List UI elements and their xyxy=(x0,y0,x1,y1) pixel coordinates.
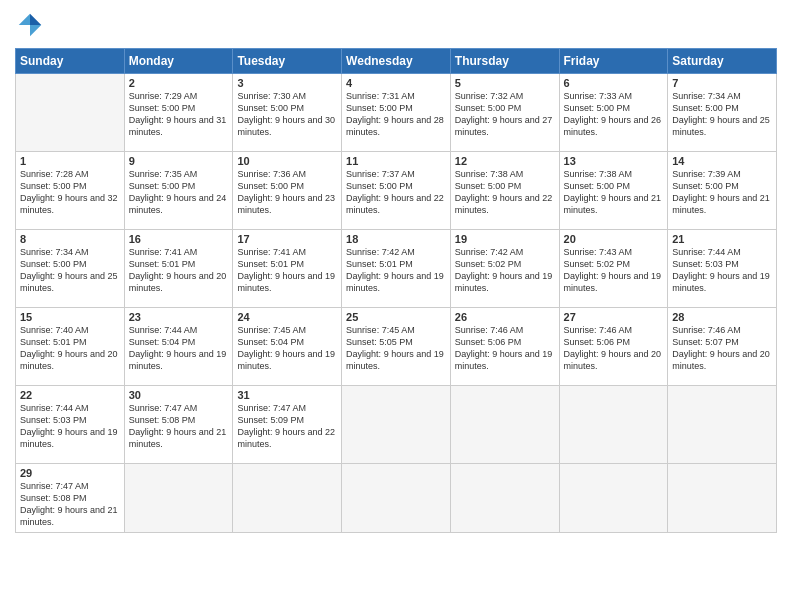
day-number: 24 xyxy=(237,311,337,323)
calendar-cell xyxy=(559,386,668,464)
day-info: Sunrise: 7:42 AM Sunset: 5:01 PM Dayligh… xyxy=(346,246,446,295)
day-number: 5 xyxy=(455,77,555,89)
day-info: Sunrise: 7:37 AM Sunset: 5:00 PM Dayligh… xyxy=(346,168,446,217)
calendar-cell: 1Sunrise: 7:28 AM Sunset: 5:00 PM Daylig… xyxy=(16,152,125,230)
calendar-cell: 11Sunrise: 7:37 AM Sunset: 5:00 PM Dayli… xyxy=(342,152,451,230)
calendar-cell: 29Sunrise: 7:47 AM Sunset: 5:08 PM Dayli… xyxy=(16,464,125,533)
day-number: 28 xyxy=(672,311,772,323)
calendar-week-row: 15Sunrise: 7:40 AM Sunset: 5:01 PM Dayli… xyxy=(16,308,777,386)
day-number: 26 xyxy=(455,311,555,323)
calendar-cell: 7Sunrise: 7:34 AM Sunset: 5:00 PM Daylig… xyxy=(668,74,777,152)
calendar-cell xyxy=(559,464,668,533)
calendar-cell xyxy=(668,386,777,464)
day-info: Sunrise: 7:38 AM Sunset: 5:00 PM Dayligh… xyxy=(564,168,664,217)
calendar-cell: 5Sunrise: 7:32 AM Sunset: 5:00 PM Daylig… xyxy=(450,74,559,152)
day-info: Sunrise: 7:45 AM Sunset: 5:04 PM Dayligh… xyxy=(237,324,337,373)
day-info: Sunrise: 7:34 AM Sunset: 5:00 PM Dayligh… xyxy=(672,90,772,139)
day-number: 14 xyxy=(672,155,772,167)
calendar-header-friday: Friday xyxy=(559,49,668,74)
day-number: 6 xyxy=(564,77,664,89)
calendar-cell xyxy=(342,386,451,464)
day-number: 30 xyxy=(129,389,229,401)
logo xyxy=(15,10,49,40)
calendar-cell: 19Sunrise: 7:42 AM Sunset: 5:02 PM Dayli… xyxy=(450,230,559,308)
calendar-cell: 23Sunrise: 7:44 AM Sunset: 5:04 PM Dayli… xyxy=(124,308,233,386)
day-number: 8 xyxy=(20,233,120,245)
day-number: 16 xyxy=(129,233,229,245)
day-info: Sunrise: 7:30 AM Sunset: 5:00 PM Dayligh… xyxy=(237,90,337,139)
calendar-cell: 6Sunrise: 7:33 AM Sunset: 5:00 PM Daylig… xyxy=(559,74,668,152)
calendar-cell xyxy=(16,74,125,152)
day-info: Sunrise: 7:42 AM Sunset: 5:02 PM Dayligh… xyxy=(455,246,555,295)
calendar-header-monday: Monday xyxy=(124,49,233,74)
day-number: 7 xyxy=(672,77,772,89)
calendar-week-row: 29Sunrise: 7:47 AM Sunset: 5:08 PM Dayli… xyxy=(16,464,777,533)
calendar-cell: 13Sunrise: 7:38 AM Sunset: 5:00 PM Dayli… xyxy=(559,152,668,230)
day-info: Sunrise: 7:41 AM Sunset: 5:01 PM Dayligh… xyxy=(237,246,337,295)
day-number: 10 xyxy=(237,155,337,167)
day-info: Sunrise: 7:33 AM Sunset: 5:00 PM Dayligh… xyxy=(564,90,664,139)
logo-icon xyxy=(15,10,45,40)
day-number: 20 xyxy=(564,233,664,245)
day-number: 19 xyxy=(455,233,555,245)
calendar-cell: 24Sunrise: 7:45 AM Sunset: 5:04 PM Dayli… xyxy=(233,308,342,386)
day-number: 15 xyxy=(20,311,120,323)
calendar-cell: 27Sunrise: 7:46 AM Sunset: 5:06 PM Dayli… xyxy=(559,308,668,386)
day-number: 11 xyxy=(346,155,446,167)
calendar-cell: 16Sunrise: 7:41 AM Sunset: 5:01 PM Dayli… xyxy=(124,230,233,308)
calendar-cell: 14Sunrise: 7:39 AM Sunset: 5:00 PM Dayli… xyxy=(668,152,777,230)
calendar-cell xyxy=(450,464,559,533)
calendar-cell: 20Sunrise: 7:43 AM Sunset: 5:02 PM Dayli… xyxy=(559,230,668,308)
calendar-cell xyxy=(233,464,342,533)
day-info: Sunrise: 7:46 AM Sunset: 5:06 PM Dayligh… xyxy=(455,324,555,373)
day-info: Sunrise: 7:28 AM Sunset: 5:00 PM Dayligh… xyxy=(20,168,120,217)
calendar-week-row: 22Sunrise: 7:44 AM Sunset: 5:03 PM Dayli… xyxy=(16,386,777,464)
calendar-cell: 2Sunrise: 7:29 AM Sunset: 5:00 PM Daylig… xyxy=(124,74,233,152)
day-info: Sunrise: 7:35 AM Sunset: 5:00 PM Dayligh… xyxy=(129,168,229,217)
header xyxy=(15,10,777,40)
calendar-header-row: SundayMondayTuesdayWednesdayThursdayFrid… xyxy=(16,49,777,74)
calendar-cell: 9Sunrise: 7:35 AM Sunset: 5:00 PM Daylig… xyxy=(124,152,233,230)
calendar-cell: 30Sunrise: 7:47 AM Sunset: 5:08 PM Dayli… xyxy=(124,386,233,464)
calendar-header-wednesday: Wednesday xyxy=(342,49,451,74)
calendar-cell: 31Sunrise: 7:47 AM Sunset: 5:09 PM Dayli… xyxy=(233,386,342,464)
day-number: 4 xyxy=(346,77,446,89)
calendar-cell xyxy=(668,464,777,533)
day-info: Sunrise: 7:46 AM Sunset: 5:06 PM Dayligh… xyxy=(564,324,664,373)
day-number: 27 xyxy=(564,311,664,323)
calendar-header-sunday: Sunday xyxy=(16,49,125,74)
calendar-week-row: 8Sunrise: 7:34 AM Sunset: 5:00 PM Daylig… xyxy=(16,230,777,308)
day-info: Sunrise: 7:46 AM Sunset: 5:07 PM Dayligh… xyxy=(672,324,772,373)
day-info: Sunrise: 7:29 AM Sunset: 5:00 PM Dayligh… xyxy=(129,90,229,139)
day-number: 17 xyxy=(237,233,337,245)
day-info: Sunrise: 7:41 AM Sunset: 5:01 PM Dayligh… xyxy=(129,246,229,295)
calendar-week-row: 2Sunrise: 7:29 AM Sunset: 5:00 PM Daylig… xyxy=(16,74,777,152)
day-number: 22 xyxy=(20,389,120,401)
day-info: Sunrise: 7:43 AM Sunset: 5:02 PM Dayligh… xyxy=(564,246,664,295)
day-info: Sunrise: 7:47 AM Sunset: 5:08 PM Dayligh… xyxy=(129,402,229,451)
day-info: Sunrise: 7:39 AM Sunset: 5:00 PM Dayligh… xyxy=(672,168,772,217)
calendar-cell: 21Sunrise: 7:44 AM Sunset: 5:03 PM Dayli… xyxy=(668,230,777,308)
day-info: Sunrise: 7:38 AM Sunset: 5:00 PM Dayligh… xyxy=(455,168,555,217)
calendar-cell: 8Sunrise: 7:34 AM Sunset: 5:00 PM Daylig… xyxy=(16,230,125,308)
calendar-cell xyxy=(124,464,233,533)
day-info: Sunrise: 7:40 AM Sunset: 5:01 PM Dayligh… xyxy=(20,324,120,373)
day-info: Sunrise: 7:44 AM Sunset: 5:03 PM Dayligh… xyxy=(20,402,120,451)
calendar-cell xyxy=(342,464,451,533)
calendar-cell: 3Sunrise: 7:30 AM Sunset: 5:00 PM Daylig… xyxy=(233,74,342,152)
day-number: 3 xyxy=(237,77,337,89)
calendar-cell: 15Sunrise: 7:40 AM Sunset: 5:01 PM Dayli… xyxy=(16,308,125,386)
calendar-header-tuesday: Tuesday xyxy=(233,49,342,74)
svg-marker-1 xyxy=(30,25,41,36)
calendar-cell: 25Sunrise: 7:45 AM Sunset: 5:05 PM Dayli… xyxy=(342,308,451,386)
day-number: 12 xyxy=(455,155,555,167)
calendar-cell: 26Sunrise: 7:46 AM Sunset: 5:06 PM Dayli… xyxy=(450,308,559,386)
day-info: Sunrise: 7:45 AM Sunset: 5:05 PM Dayligh… xyxy=(346,324,446,373)
calendar-cell: 22Sunrise: 7:44 AM Sunset: 5:03 PM Dayli… xyxy=(16,386,125,464)
day-number: 25 xyxy=(346,311,446,323)
day-info: Sunrise: 7:44 AM Sunset: 5:03 PM Dayligh… xyxy=(672,246,772,295)
day-info: Sunrise: 7:44 AM Sunset: 5:04 PM Dayligh… xyxy=(129,324,229,373)
day-number: 13 xyxy=(564,155,664,167)
calendar-cell: 17Sunrise: 7:41 AM Sunset: 5:01 PM Dayli… xyxy=(233,230,342,308)
day-info: Sunrise: 7:47 AM Sunset: 5:09 PM Dayligh… xyxy=(237,402,337,451)
